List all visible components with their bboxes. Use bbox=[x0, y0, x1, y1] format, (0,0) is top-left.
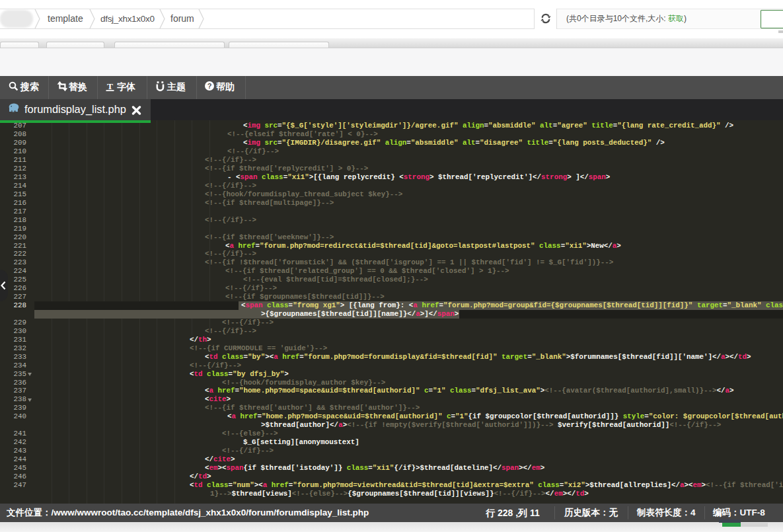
svg-text:T: T bbox=[107, 81, 113, 91]
svg-text:?: ? bbox=[207, 82, 212, 90]
